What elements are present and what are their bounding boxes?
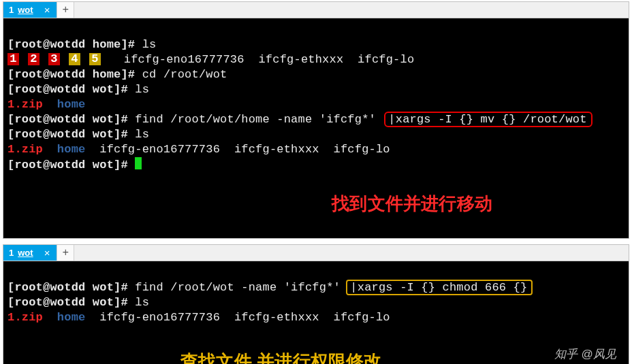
annotation-chmod: 查找文件 并进行权限修改 <box>180 354 382 364</box>
command: ls <box>142 38 157 51</box>
highlight-xargs-chmod: |xargs -I {} chmod 666 {} <box>346 280 533 295</box>
dir-1: 1 <box>7 53 19 65</box>
active-tab[interactable]: 1 wot × <box>3 2 57 18</box>
command: ls <box>135 296 149 309</box>
file: ifcfg-eno16777736 <box>124 53 244 66</box>
tab-bar: 1 wot × + <box>3 245 629 261</box>
dir-home: home <box>57 311 86 324</box>
new-tab-button[interactable]: + <box>57 2 74 18</box>
prompt: [root@wotdd wot]# <box>7 281 128 294</box>
prompt: [root@wotdd home]# <box>7 68 135 81</box>
dir-home: home <box>57 98 86 111</box>
prompt: [root@wotdd wot]# <box>7 113 128 126</box>
close-icon[interactable]: × <box>44 4 50 16</box>
close-icon[interactable]: × <box>44 247 50 259</box>
file: ifcfg-ethxxx <box>234 143 319 156</box>
file: ifcfg-lo <box>334 143 390 156</box>
prompt: [root@wotdd home]# <box>7 38 135 51</box>
dir-2: 2 <box>28 53 40 65</box>
terminal-window-2: 1 wot × + [root@wotdd wot]# find /root/w… <box>3 244 629 364</box>
new-tab-button[interactable]: + <box>57 245 74 261</box>
highlight-xargs-mv: |xargs -I {} mv {} /root/wot <box>384 112 592 127</box>
file: ifcfg-lo <box>358 53 414 66</box>
tab-index: 1 <box>9 248 14 258</box>
cursor-icon <box>135 157 142 169</box>
dir-home: home <box>57 143 86 156</box>
terminal-body-2[interactable]: [root@wotdd wot]# find /root/wot -name '… <box>3 261 629 364</box>
file: ifcfg-ethxxx <box>234 311 319 324</box>
file-zip: 1.zip <box>7 98 43 111</box>
command: ls <box>135 83 149 96</box>
prompt: [root@wotdd wot]# <box>7 296 128 309</box>
terminal-window-1: 1 wot × + [root@wotdd home]# ls 12345 if… <box>3 1 629 239</box>
prompt: [root@wotdd wot]# <box>7 83 128 96</box>
prompt: [root@wotdd wot]# <box>7 159 128 171</box>
tab-title: wot <box>18 248 33 258</box>
dir-3: 3 <box>48 53 60 65</box>
active-tab[interactable]: 1 wot × <box>3 245 57 261</box>
file-zip: 1.zip <box>7 311 43 324</box>
command: cd /root/wot <box>142 68 227 81</box>
command: ls <box>135 128 149 141</box>
watermark: 知乎 @风见 <box>554 347 616 362</box>
dir-4: 4 <box>69 53 80 65</box>
tab-bar: 1 wot × + <box>3 2 629 18</box>
command: find /root/wot -name 'ifcfg*' <box>135 281 347 294</box>
tab-index: 1 <box>9 5 14 15</box>
annotation-move: 找到文件并进行移动 <box>332 196 492 211</box>
file: ifcfg-lo <box>334 311 390 324</box>
dir-5: 5 <box>89 53 101 65</box>
file-zip: 1.zip <box>7 143 43 156</box>
terminal-body-1[interactable]: [root@wotdd home]# ls 12345 ifcfg-eno167… <box>3 18 629 238</box>
command: find /root/wot/home -name 'ifcfg*' <box>135 113 383 126</box>
file: ifcfg-ethxxx <box>258 53 343 66</box>
tab-title: wot <box>18 5 33 15</box>
file: ifcfg-eno16777736 <box>99 311 220 324</box>
file: ifcfg-eno16777736 <box>99 143 220 156</box>
prompt: [root@wotdd wot]# <box>7 128 128 141</box>
